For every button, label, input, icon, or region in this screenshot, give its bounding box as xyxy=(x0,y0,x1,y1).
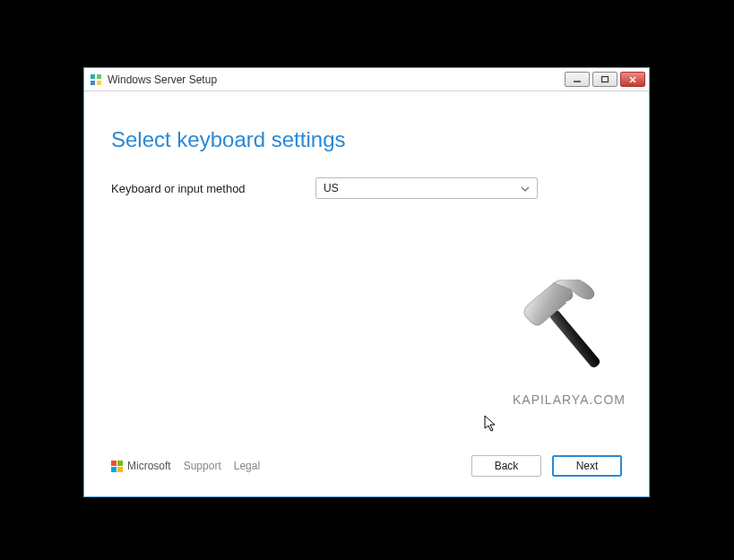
keyboard-row: Keyboard or input method US xyxy=(111,177,622,199)
next-button[interactable]: Next xyxy=(552,455,622,477)
close-button[interactable] xyxy=(620,72,645,87)
support-link[interactable]: Support xyxy=(184,460,221,472)
page-heading: Select keyboard settings xyxy=(111,127,622,152)
svg-rect-5 xyxy=(602,76,609,82)
window-title: Windows Server Setup xyxy=(108,73,565,86)
app-icon xyxy=(90,73,102,86)
setup-window: Windows Server Setup Select keyboard set… xyxy=(83,67,650,497)
microsoft-logo-icon xyxy=(111,461,123,472)
minimize-button[interactable] xyxy=(565,72,590,87)
footer: Microsoft Support Legal Back Next xyxy=(111,455,622,477)
cursor-icon xyxy=(484,415,498,435)
svg-rect-2 xyxy=(91,81,95,85)
titlebar: Windows Server Setup xyxy=(84,68,649,91)
window-controls xyxy=(565,72,645,87)
legal-link[interactable]: Legal xyxy=(234,460,260,472)
maximize-button[interactable] xyxy=(592,72,617,87)
watermark: KAPILARYA.COM xyxy=(511,280,627,407)
chevron-down-icon xyxy=(521,182,530,194)
keyboard-dropdown[interactable]: US xyxy=(315,177,538,199)
svg-rect-3 xyxy=(97,81,101,85)
back-button[interactable]: Back xyxy=(471,455,541,477)
footer-left: Microsoft Support Legal xyxy=(111,460,260,472)
svg-rect-0 xyxy=(91,74,95,79)
microsoft-logo: Microsoft xyxy=(111,460,171,472)
svg-rect-8 xyxy=(548,309,601,369)
microsoft-label: Microsoft xyxy=(127,460,171,472)
svg-rect-1 xyxy=(97,74,101,79)
footer-right: Back Next xyxy=(471,455,622,477)
keyboard-value: US xyxy=(324,182,339,194)
watermark-text: KAPILARYA.COM xyxy=(511,392,627,407)
content-area: Select keyboard settings Keyboard or inp… xyxy=(84,91,649,496)
hammer-icon xyxy=(511,280,627,387)
keyboard-label: Keyboard or input method xyxy=(111,182,290,195)
